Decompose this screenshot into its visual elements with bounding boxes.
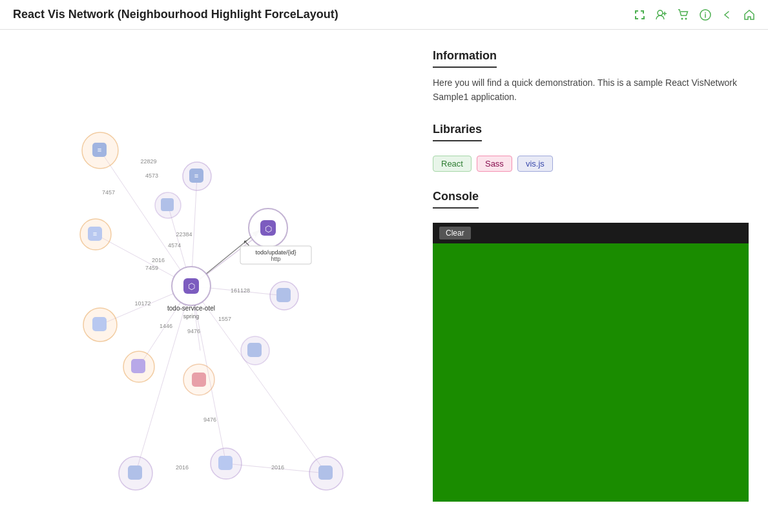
badge-react[interactable]: React [433,156,472,172]
fullscreen-icon[interactable] [634,9,645,21]
information-section: Information Here you will find a quick d… [433,49,749,105]
header-icons [634,9,755,21]
edge-label-9476a: 9476 [187,328,200,334]
graph-panel[interactable]: 22829 4573 7457 22384 4574 2016 7459 101… [0,30,413,529]
node-icon-left-low [92,317,107,331]
user-add-icon[interactable] [656,9,667,21]
svg-text:≡: ≡ [194,172,198,179]
back-icon[interactable] [721,9,733,21]
node-icon-bottom-left [128,466,142,480]
node-icon-right [276,288,291,302]
libraries-title: Libraries [433,123,482,141]
tooltip-text-sub: http [271,256,280,262]
edge-label-4574: 4574 [168,242,181,249]
edge-label-1557: 1557 [218,316,231,322]
edge-label-7459: 7459 [145,265,158,271]
center-node-label: todo-service-otel [167,305,215,312]
cart-icon[interactable] [678,9,689,21]
console-output [433,243,749,502]
edge-label-7457: 7457 [102,189,115,196]
info-panel: Information Here you will find a quick d… [413,30,768,529]
home-icon[interactable] [743,9,755,21]
edge-label-2016c: 2016 [271,464,284,471]
node-icon-rb [247,343,262,357]
edge-label-10172: 10172 [134,300,150,307]
information-title: Information [433,49,497,68]
badge-sass[interactable]: Sass [477,156,512,172]
svg-point-1 [681,17,683,19]
console-section: Console Clear [433,190,749,502]
svg-text:≡: ≡ [98,146,101,154]
libraries-section: Libraries React Sass vis.js [433,123,749,172]
svg-text:⬡: ⬡ [265,224,272,234]
svg-text:↖: ↖ [243,238,251,248]
edge-label-2016b: 2016 [176,464,189,471]
edge-label-22829: 22829 [140,158,156,165]
edge-label-161128: 161128 [231,287,250,294]
network-graph[interactable]: 22829 4573 7457 22384 4574 2016 7459 101… [0,30,413,529]
info-icon[interactable] [700,9,711,21]
page-title: React Vis Network (Neighbourhood Highlig… [13,8,338,21]
node-icon-bottom-right [318,466,333,480]
tooltip-text-main: todo/update/{id} [255,249,296,256]
edge-label-9476b: 9476 [203,416,216,423]
information-text: Here you will find a quick demonstration… [433,76,749,105]
svg-text:≡: ≡ [93,230,97,238]
edge-label-4573: 4573 [145,172,158,179]
badge-visjs[interactable]: vis.js [517,156,553,172]
console-title: Console [433,190,479,209]
node-icon-4 [161,198,174,211]
edge-label-2016a: 2016 [152,257,165,263]
main-layout: 22829 4573 7457 22384 4574 2016 7459 101… [0,30,768,529]
edge-label-22384: 22384 [176,231,192,238]
svg-point-0 [658,10,663,15]
svg-text:⬡: ⬡ [188,281,195,291]
console-header: Clear [433,223,749,243]
node-icon-lower-mid [192,373,206,387]
node-icon-bottom-center [218,456,233,470]
console-clear-button[interactable]: Clear [439,227,471,240]
svg-point-2 [685,17,687,19]
node-icon-mid-low [131,359,145,373]
libraries-badges: React Sass vis.js [433,156,749,172]
header: React Vis Network (Neighbourhood Highlig… [0,0,768,30]
center-node-sub: spring [183,313,200,320]
edge-label-1446: 1446 [160,323,172,329]
